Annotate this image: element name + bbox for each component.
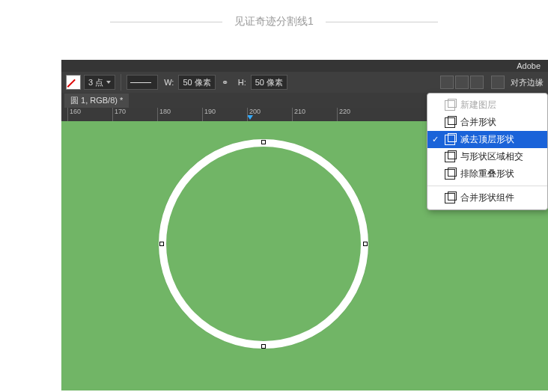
check-icon: ✓ <box>432 135 439 144</box>
shape-op-icon <box>445 169 455 180</box>
divider-line-right <box>326 22 438 22</box>
ruler-tick: 160 <box>67 108 81 121</box>
menu-item[interactable]: ✓合并形状 <box>427 114 547 131</box>
anchor-right[interactable] <box>363 242 368 246</box>
stroke-weight-combo[interactable]: 3 点 <box>84 75 115 90</box>
menu-item[interactable]: ✓与形状区域相交 <box>427 148 547 165</box>
divider-text: 见证奇迹分割线1 <box>234 15 314 28</box>
menu-item-label: 减去顶层形状 <box>460 133 514 146</box>
align-edges-label: 对齐边缘 <box>511 77 544 88</box>
path-op-button[interactable] <box>440 76 454 89</box>
solid-line-icon <box>130 82 151 83</box>
menu-item-label: 排除重叠形状 <box>460 168 514 180</box>
chevron-down-icon <box>106 81 111 84</box>
ruler-tick: 220 <box>337 108 350 121</box>
path-align-button[interactable] <box>455 76 469 89</box>
anchor-bottom[interactable] <box>261 344 266 349</box>
width-value: 50 像素 <box>183 77 210 88</box>
width-input[interactable]: 50 像素 <box>178 75 215 90</box>
document-tab[interactable]: 圆 1, RGB/8) * <box>64 94 129 108</box>
photoshop-window: Adobe 3 点 W: 50 像素 ⚭ H: 50 像素 对齐边缘 <box>61 60 548 392</box>
app-brand: Adobe <box>517 61 541 70</box>
align-edges-checkbox[interactable] <box>491 76 505 89</box>
path-op-buttons <box>440 76 484 89</box>
ruler-tick: 180 <box>157 108 171 121</box>
options-bar: 3 点 W: 50 像素 ⚭ H: 50 像素 对齐边缘 <box>61 72 548 93</box>
ruler-tick: 210 <box>292 108 305 121</box>
menu-items: ✓新建图层✓合并形状✓减去顶层形状✓与形状区域相交✓排除重叠形状 <box>427 97 547 183</box>
menu-item-label: 新建图层 <box>460 99 496 111</box>
path-operations-menu: ✓新建图层✓合并形状✓减去顶层形状✓与形状区域相交✓排除重叠形状 ✓ 合并形状组… <box>427 93 548 210</box>
width-label: W: <box>164 78 174 87</box>
path-arrange-button[interactable] <box>470 76 484 89</box>
shape-op-icon <box>445 117 455 128</box>
titlebar: Adobe <box>61 60 548 72</box>
menu-item[interactable]: ✓排除重叠形状 <box>427 165 547 183</box>
menu-separator <box>427 186 547 186</box>
separator <box>121 74 121 91</box>
shape-op-icon <box>445 152 455 162</box>
shape-op-icon <box>445 193 455 203</box>
anchor-left[interactable] <box>159 242 164 246</box>
anchor-top[interactable] <box>261 140 266 144</box>
height-label: H: <box>238 78 246 87</box>
stroke-weight-value: 3 点 <box>88 77 103 88</box>
menu-item-label: 合并形状组件 <box>460 192 514 204</box>
height-value: 50 像素 <box>255 77 283 88</box>
document-tab-label: 圆 1, RGB/8) * <box>70 96 123 105</box>
menu-item-merge-components[interactable]: ✓ 合并形状组件 <box>427 189 547 206</box>
menu-item-label: 合并形状 <box>460 116 496 129</box>
menu-item: ✓新建图层 <box>427 97 547 114</box>
stroke-style-combo[interactable] <box>127 75 158 90</box>
shape-op-icon <box>445 100 455 111</box>
page-divider: 见证奇迹分割线1 <box>0 0 548 42</box>
ruler-tick: 190 <box>202 108 216 121</box>
circle-shape[interactable] <box>159 139 368 349</box>
menu-item[interactable]: ✓减去顶层形状 <box>427 131 547 148</box>
divider-line-left <box>110 22 222 22</box>
line-tool-icon[interactable] <box>66 75 81 90</box>
shape-op-icon <box>445 135 455 145</box>
link-wh-icon[interactable]: ⚭ <box>219 76 232 89</box>
height-input[interactable]: 50 像素 <box>251 75 287 90</box>
menu-item-label: 与形状区域相交 <box>460 150 523 163</box>
ruler-tick: 170 <box>112 108 126 121</box>
ruler-tick: 200 <box>247 108 261 121</box>
